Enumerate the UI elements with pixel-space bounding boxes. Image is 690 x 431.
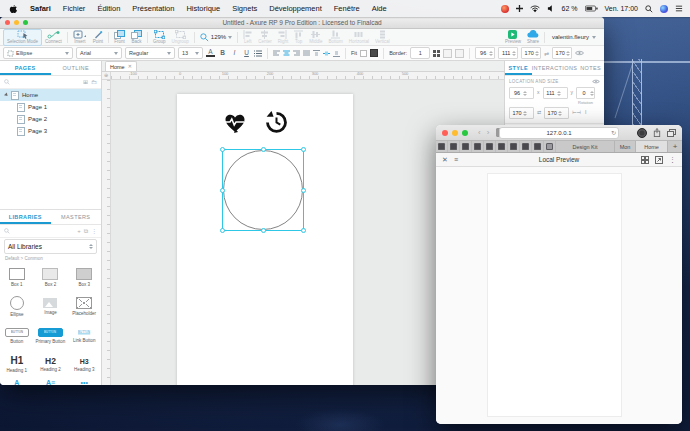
tab-outline[interactable]: OUTLINE: [51, 61, 102, 75]
selection-handle[interactable]: [220, 147, 225, 152]
page-item-page3[interactable]: Page 3: [0, 125, 101, 137]
library-stack-icon[interactable]: ⧉: [84, 228, 88, 234]
more-options-icon[interactable]: ⋮: [669, 156, 676, 163]
widget-box-1[interactable]: Box 1: [0, 263, 34, 292]
text-align-middle-button[interactable]: [323, 50, 330, 57]
close-window-button[interactable]: [442, 130, 448, 136]
menu-presentation[interactable]: Présentation: [126, 4, 180, 13]
widget-placeholder[interactable]: Placeholder: [67, 292, 101, 321]
widget-image[interactable]: Image: [34, 292, 68, 321]
more-options-icon[interactable]: ⋮: [91, 228, 97, 234]
pinned-tab[interactable]: [544, 141, 556, 152]
widget-heading-3[interactable]: H3Heading 3: [67, 350, 101, 379]
visibility-eye-icon[interactable]: [592, 79, 600, 84]
style-width-field[interactable]: 170: [509, 107, 534, 119]
add-page-icon[interactable]: ⊞: [83, 79, 88, 85]
apple-menu[interactable]: [0, 4, 24, 14]
visibility-eye-icon[interactable]: [575, 50, 584, 56]
minimize-window-button[interactable]: [14, 20, 19, 25]
tab-notes[interactable]: NOTES: [577, 61, 604, 75]
tab-mon[interactable]: Mon: [615, 141, 636, 152]
reload-icon[interactable]: ↻: [611, 130, 616, 136]
selection-handle[interactable]: [220, 228, 225, 233]
pinned-tab[interactable]: [436, 141, 448, 152]
menu-aide[interactable]: Aide: [366, 4, 393, 13]
paragraph-widget-icon[interactable]: A≡: [34, 379, 68, 385]
tool-distribute-horizontal[interactable]: Horizontal: [346, 30, 372, 45]
widget-heading-1[interactable]: H1Heading 1: [0, 350, 34, 379]
menu-historique[interactable]: Historique: [180, 4, 226, 13]
ruler-origin-icon[interactable]: ⊕: [102, 72, 111, 80]
selection-handle[interactable]: [301, 228, 306, 233]
preview-content[interactable]: [436, 167, 682, 424]
text-align-bottom-button[interactable]: [333, 50, 340, 57]
selection-handle[interactable]: [220, 188, 225, 193]
tab-pages[interactable]: PAGES: [0, 61, 51, 75]
safari-titlebar[interactable]: ‹ › 127.0.0.1 ↻: [436, 125, 682, 141]
pinned-tab[interactable]: [520, 141, 532, 152]
tool-align-left[interactable]: Left: [240, 30, 255, 45]
zoom-window-button[interactable]: [23, 20, 28, 25]
fit-checkbox[interactable]: [360, 50, 367, 57]
text-cursor-icon[interactable]: I: [585, 109, 586, 115]
widget-style-dropdown[interactable]: Ellipse: [3, 47, 73, 59]
selection-handle[interactable]: [301, 147, 306, 152]
border-style-button[interactable]: [443, 49, 452, 58]
underline-button[interactable]: U: [242, 50, 251, 57]
menu-signets[interactable]: Signets: [226, 4, 263, 13]
height-field[interactable]: 170: [552, 47, 572, 59]
menu-edition[interactable]: Édition: [91, 4, 126, 13]
widget-ellipse[interactable]: Ellipse: [0, 292, 34, 321]
artboard[interactable]: [177, 94, 353, 385]
widget-box-2[interactable]: Box 2: [34, 263, 68, 292]
heartbeat-icon-widget[interactable]: [223, 112, 247, 135]
bullet-list-button[interactable]: [254, 50, 262, 57]
tool-align-middle[interactable]: Middle: [306, 30, 325, 45]
zoom-window-button[interactable]: [462, 130, 468, 136]
stepper-icon[interactable]: [558, 111, 562, 116]
widget-heading-2[interactable]: H2Heading 2: [34, 350, 68, 379]
add-library-icon[interactable]: +: [77, 228, 81, 234]
italic-button[interactable]: I: [230, 50, 239, 57]
stepper-icon[interactable]: [535, 51, 539, 56]
battery-icon[interactable]: [585, 5, 598, 12]
page-item-page1[interactable]: Page 1: [0, 101, 101, 113]
tool-align-center[interactable]: Center: [255, 30, 275, 45]
link-wh-icon[interactable]: ⇄: [544, 50, 549, 57]
pinned-tab[interactable]: [460, 141, 472, 152]
axure-titlebar[interactable]: Untitled - Axure RP 9 Pro Edition : Lice…: [0, 17, 604, 29]
scale-icon[interactable]: [655, 156, 663, 164]
font-size-dropdown[interactable]: 13: [178, 47, 203, 59]
close-preview-icon[interactable]: ✕: [442, 156, 448, 163]
width-field[interactable]: 170: [521, 47, 541, 59]
selection-handle[interactable]: [261, 228, 266, 233]
text-align-right-button[interactable]: [293, 50, 300, 57]
canvas-tab-home[interactable]: Home ✕: [105, 61, 137, 71]
tab-masters[interactable]: MASTERS: [51, 210, 102, 224]
status-app-icon[interactable]: [501, 5, 509, 13]
tool-back[interactable]: Back: [128, 30, 145, 45]
text-align-center-button[interactable]: [283, 50, 290, 57]
wifi-icon[interactable]: [530, 5, 540, 13]
text-align-left-button[interactable]: [273, 50, 280, 57]
tab-style[interactable]: STYLE: [505, 61, 532, 75]
preview-menu-icon[interactable]: ≡: [454, 156, 458, 163]
pages-search-bar[interactable]: ⊞ 🗀: [0, 76, 101, 89]
stepper-icon[interactable]: [523, 91, 527, 96]
tool-align-top[interactable]: Top: [291, 30, 306, 45]
stepper-icon[interactable]: [512, 51, 516, 56]
close-tab-icon[interactable]: ✕: [128, 64, 132, 69]
tool-group[interactable]: Group: [150, 30, 169, 45]
tool-point[interactable]: Point: [90, 30, 106, 45]
tool-share[interactable]: Share: [524, 30, 542, 45]
stepper-icon[interactable]: [557, 91, 561, 96]
zoom-control[interactable]: 129%: [197, 33, 235, 42]
text-align-top-button[interactable]: [313, 50, 320, 57]
menu-fichier[interactable]: Fichier: [57, 4, 92, 13]
pinned-tab[interactable]: [448, 141, 460, 152]
border-width-dropdown[interactable]: 1: [410, 47, 430, 59]
stepper-icon[interactable]: [523, 111, 527, 116]
text-align-justify-button[interactable]: [303, 50, 310, 57]
account-menu[interactable]: valentin.fleury: [547, 34, 601, 40]
widget-primary-button[interactable]: BUTTONPrimary Button: [34, 321, 68, 350]
